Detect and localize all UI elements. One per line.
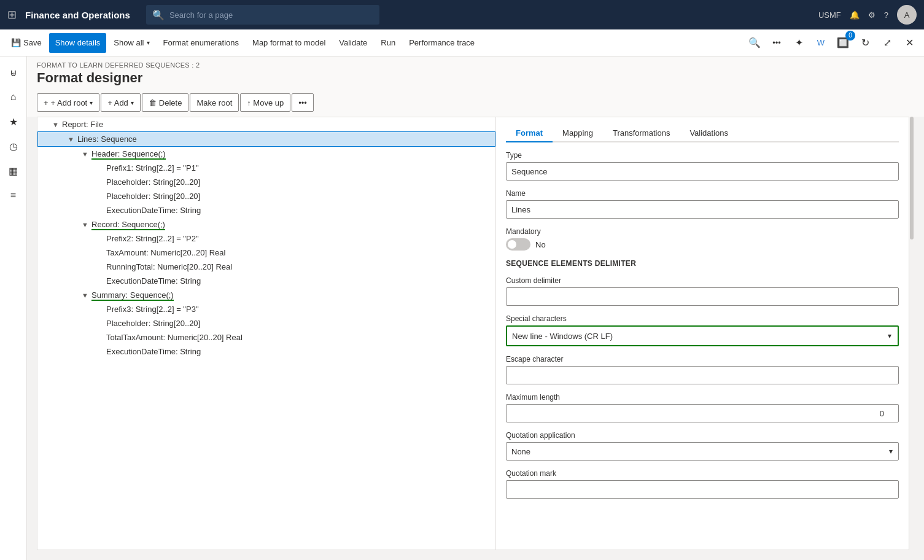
- open-icon[interactable]: ⤢: [877, 33, 897, 53]
- tree-item-execution2[interactable]: ExecutionDateTime: String: [37, 274, 495, 288]
- close-icon[interactable]: ✕: [899, 33, 919, 53]
- add-root-icon: +: [44, 98, 49, 107]
- mandatory-label: Mandatory: [506, 227, 899, 236]
- topbar-right: USMF 🔔 ⚙ ? A: [818, 5, 917, 25]
- settings-icon[interactable]: ⚙: [868, 10, 875, 20]
- tree-item-label: TotalTaxAmount: Numeric[20..20] Real: [106, 333, 243, 342]
- page-header: FORMAT TO LEARN DEFERRED SEQUENCES : 2 F…: [27, 56, 924, 117]
- escape-char-input[interactable]: [506, 366, 899, 384]
- special-chars-label: Special characters: [506, 314, 899, 323]
- tree-item-taxamount[interactable]: TaxAmount: Numeric[20..20] Real: [37, 246, 495, 260]
- save-button[interactable]: 💾 Save: [5, 33, 48, 53]
- show-all-chevron: ▾: [147, 39, 150, 46]
- tab-mapping[interactable]: Mapping: [553, 125, 603, 142]
- type-label: Type: [506, 151, 899, 160]
- refresh-icon[interactable]: ↻: [855, 33, 875, 53]
- tree-item-prefix2[interactable]: Prefix2: String[2..2] = "P2": [37, 231, 495, 246]
- quotation-app-label: Quotation application: [506, 431, 899, 440]
- add-root-button[interactable]: + + Add root ▾: [37, 93, 99, 112]
- performance-trace-button[interactable]: Performance trace: [403, 33, 481, 53]
- tabs: Format Mapping Transformations Validatio…: [506, 125, 899, 142]
- make-root-button[interactable]: Make root: [190, 93, 239, 112]
- type-input[interactable]: [506, 162, 899, 181]
- custom-delimiter-input[interactable]: [506, 287, 899, 306]
- expand-icon: ▼: [52, 121, 60, 128]
- delete-icon: 🗑: [149, 98, 157, 107]
- sidebar-star-icon[interactable]: ★: [2, 111, 25, 133]
- search-icon: 🔍: [152, 9, 165, 21]
- sidebar-table-icon[interactable]: ▦: [2, 160, 25, 182]
- office-icon[interactable]: W: [811, 33, 831, 53]
- tree-item-prefix1[interactable]: Prefix1: String[2..2] = "P1": [37, 161, 495, 175]
- tree-item-execution1[interactable]: ExecutionDateTime: String: [37, 203, 495, 217]
- move-up-button[interactable]: ↑ Move up: [240, 93, 290, 112]
- tree-item-label: Prefix2: String[2..2] = "P2": [106, 234, 199, 243]
- tree-item-lines-sequence[interactable]: ▼ Lines: Sequence: [37, 131, 495, 147]
- help-icon[interactable]: ?: [884, 10, 888, 20]
- user-label: USMF: [818, 10, 841, 20]
- mandatory-toggle-row: No: [506, 238, 899, 251]
- add-chevron: ▾: [131, 99, 134, 106]
- delete-button[interactable]: 🗑 Delete: [142, 93, 189, 112]
- sidebar-clock-icon[interactable]: ◷: [2, 135, 25, 157]
- tree-item-placeholder3[interactable]: Placeholder: String[20..20]: [37, 316, 495, 330]
- right-panel: Format Mapping Transformations Validatio…: [496, 117, 909, 550]
- scrollbar-thumb[interactable]: [910, 117, 914, 239]
- tree-item-report-file[interactable]: ▼ Report: File: [37, 117, 495, 131]
- tree-item-prefix3[interactable]: Prefix3: String[2..2] = "P3": [37, 302, 495, 316]
- max-length-group: Maximum length: [506, 393, 899, 422]
- add-button[interactable]: + Add ▾: [101, 93, 141, 112]
- tree-item-label: ExecutionDateTime: String: [106, 276, 201, 286]
- sidebar-home-icon[interactable]: ⌂: [2, 86, 25, 108]
- sidebar-list-icon[interactable]: ≡: [2, 184, 25, 206]
- tree-item-label: Placeholder: String[20..20]: [106, 319, 200, 328]
- max-length-label: Maximum length: [506, 393, 899, 402]
- map-format-button[interactable]: Map format to model: [246, 33, 332, 53]
- show-all-button[interactable]: Show all ▾: [107, 33, 155, 53]
- search-input[interactable]: [169, 10, 373, 20]
- sidebar: ⊌ ⌂ ★ ◷ ▦ ≡: [0, 56, 27, 560]
- format-enumerations-button[interactable]: Format enumerations: [157, 33, 246, 53]
- scrollbar-track[interactable]: [909, 117, 914, 550]
- more-cmd-icon[interactable]: •••: [767, 33, 786, 53]
- avatar[interactable]: A: [897, 5, 917, 25]
- tab-format[interactable]: Format: [506, 125, 553, 142]
- search-cmd-icon[interactable]: 🔍: [745, 33, 764, 53]
- validate-button[interactable]: Validate: [333, 33, 373, 53]
- tree-item-record-sequence[interactable]: ▼ Record: Sequence(;): [37, 217, 495, 231]
- escape-char-label: Escape character: [506, 355, 899, 364]
- search-bar[interactable]: 🔍: [146, 5, 379, 25]
- extensions-icon[interactable]: ✦: [789, 33, 809, 53]
- grid-icon[interactable]: ⊞: [7, 8, 17, 21]
- tree-item-label: Placeholder: String[20..20]: [106, 177, 200, 187]
- mandatory-toggle-text: No: [535, 240, 546, 249]
- max-length-input[interactable]: [506, 404, 899, 422]
- tree-item-header-sequence[interactable]: ▼ Header: Sequence(;): [37, 147, 495, 161]
- commandbar: 💾 Save Show details Show all ▾ Format en…: [0, 29, 924, 56]
- tab-transformations[interactable]: Transformations: [603, 125, 680, 142]
- tree-item-label: ExecutionDateTime: String: [106, 347, 201, 356]
- tree-item-totaltaxamount[interactable]: TotalTaxAmount: Numeric[20..20] Real: [37, 330, 495, 344]
- tab-validations[interactable]: Validations: [680, 125, 738, 142]
- mandatory-toggle[interactable]: [506, 238, 530, 251]
- name-input[interactable]: [506, 200, 899, 219]
- tree-item-label: Prefix1: String[2..2] = "P1": [106, 163, 199, 173]
- mandatory-field-group: Mandatory No: [506, 227, 899, 251]
- sidebar-filter-icon[interactable]: ⊌: [2, 61, 25, 84]
- expand-icon: ▼: [82, 292, 89, 299]
- special-chars-group: Special characters New line - Windows (C…: [506, 314, 899, 346]
- tree-item-summary-sequence[interactable]: ▼ Summary: Sequence(;): [37, 288, 495, 302]
- tree-item-placeholder1[interactable]: Placeholder: String[20..20]: [37, 175, 495, 189]
- bell-icon[interactable]: 🔔: [850, 10, 860, 20]
- tree-item-runningtotal[interactable]: RunningTotal: Numeric[20..20] Real: [37, 260, 495, 274]
- special-chars-select[interactable]: New line - Windows (CR LF) New line - Un…: [507, 327, 898, 345]
- quotation-app-select[interactable]: None Always When needed: [506, 442, 899, 461]
- badge-icon[interactable]: 🔲 0: [833, 33, 853, 53]
- tree-item-execution3[interactable]: ExecutionDateTime: String: [37, 344, 495, 359]
- run-button[interactable]: Run: [375, 33, 402, 53]
- tree-item-placeholder2[interactable]: Placeholder: String[20..20]: [37, 189, 495, 203]
- more-toolbar-button[interactable]: •••: [292, 93, 314, 112]
- tree-item-label: Record: Sequence(;): [91, 220, 165, 229]
- show-details-button[interactable]: Show details: [49, 33, 107, 53]
- quotation-mark-input[interactable]: [506, 480, 899, 499]
